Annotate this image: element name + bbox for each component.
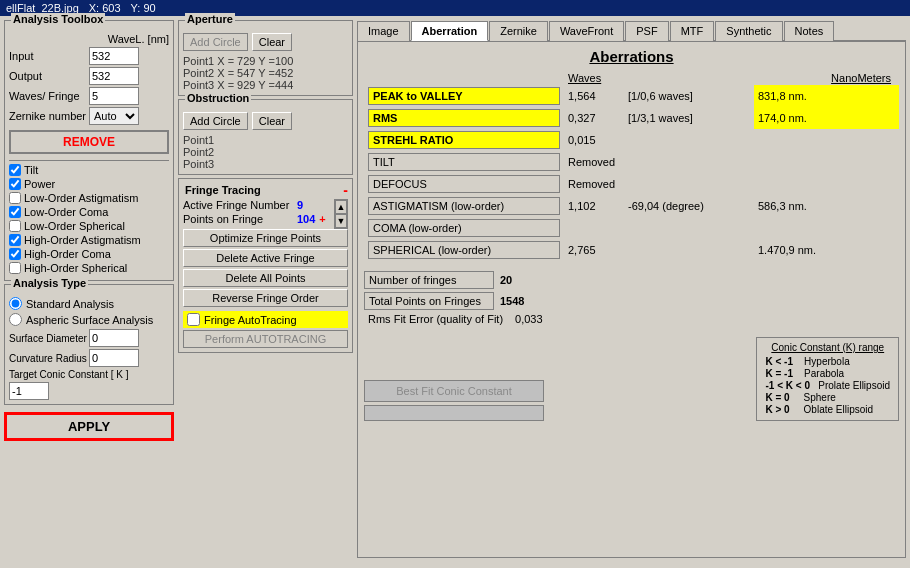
apply-button[interactable]: APPLY bbox=[4, 412, 174, 441]
optimize-fringe-button[interactable]: Optimize Fringe Points bbox=[183, 229, 348, 247]
perform-autotracing-button[interactable]: Perform AUTOTRACING bbox=[183, 330, 348, 348]
obs-point3-label: Point3 bbox=[183, 158, 348, 170]
high-astigmatism-checkbox[interactable] bbox=[9, 234, 21, 246]
fringe-autotracing-checkbox[interactable] bbox=[187, 313, 200, 326]
analysis-toolbox-group: Analysis Toolbox WaveL. [nm] Input Outpu… bbox=[4, 20, 174, 281]
tilt-checkbox[interactable] bbox=[9, 164, 21, 176]
aperture-title: Aperture bbox=[185, 13, 235, 25]
fringe-plus-button[interactable]: + bbox=[319, 213, 325, 225]
high-coma-label: High-Order Coma bbox=[24, 248, 111, 260]
tab-image[interactable]: Image bbox=[357, 21, 410, 41]
power-checkbox[interactable] bbox=[9, 178, 21, 190]
aber-waves-val: 0,327 bbox=[564, 107, 624, 129]
aspheric-radio[interactable] bbox=[9, 313, 22, 326]
aber-nm-val: 174,0 nm. bbox=[754, 107, 899, 129]
high-coma-checkbox[interactable] bbox=[9, 248, 21, 260]
aber-name-cell: DEFOCUS bbox=[368, 175, 560, 193]
fringe-minus-button[interactable]: - bbox=[343, 183, 348, 197]
best-fit-result-bar bbox=[364, 405, 544, 421]
tab-notes[interactable]: Notes bbox=[784, 21, 835, 41]
points-fringe-label: Points on Fringe bbox=[183, 213, 293, 225]
tilt-label: Tilt bbox=[24, 164, 38, 176]
aberrations-title: Aberrations bbox=[364, 48, 899, 65]
delete-active-fringe-button[interactable]: Delete Active Fringe bbox=[183, 249, 348, 267]
aber-name-cell: PEAK to VALLEY bbox=[368, 87, 560, 105]
tab-mtf[interactable]: MTF bbox=[670, 21, 715, 41]
zernike-select[interactable]: Auto bbox=[89, 107, 139, 125]
fringe-autotracing-label: Fringe AutoTracing bbox=[204, 314, 297, 326]
aberrations-table: Waves NanoMeters PEAK to VALLEY 1,564 [1… bbox=[364, 71, 899, 261]
aber-waves-note bbox=[624, 217, 754, 239]
delete-all-button[interactable]: Delete All Points bbox=[183, 269, 348, 287]
aberrations-summary: Number of fringes 20 Total Points on Fri… bbox=[364, 271, 899, 325]
conic-row-4: K = 0 Sphere bbox=[765, 392, 890, 403]
high-spherical-checkbox[interactable] bbox=[9, 262, 21, 274]
aber-nm-val bbox=[754, 217, 899, 239]
aber-name-cell: SPHERICAL (low-order) bbox=[368, 241, 560, 259]
nanometers-header: NanoMeters bbox=[754, 71, 899, 85]
waves-fringe-field[interactable] bbox=[89, 87, 139, 105]
curv-rad-field[interactable] bbox=[89, 349, 139, 367]
scroll-down-button[interactable]: ▼ bbox=[335, 214, 347, 228]
aber-name-cell: STREHL RATIO bbox=[368, 131, 560, 149]
right-panel: Image Aberration Zernike WaveFront PSF M… bbox=[357, 20, 906, 558]
conic-constant-box: Conic Constant (K) range K < -1 Hyperbol… bbox=[756, 337, 899, 421]
zernike-label: Zernike number bbox=[9, 110, 89, 122]
aber-nm-val bbox=[754, 129, 899, 151]
tab-synthetic[interactable]: Synthetic bbox=[715, 21, 782, 41]
best-fit-conic-button[interactable]: Best Fit Conic Constant bbox=[364, 380, 544, 402]
low-astigmatism-label: Low-Order Astigmatism bbox=[24, 192, 138, 204]
conic-row-2: K = -1 Parabola bbox=[765, 368, 890, 379]
num-fringes-val: 20 bbox=[500, 274, 512, 286]
title-bar: ellFlat_22B.jpg X: 603 Y: 90 bbox=[0, 0, 910, 16]
total-points-label: Total Points on Fringes bbox=[369, 295, 481, 307]
analysis-toolbox-title: Analysis Toolbox bbox=[11, 13, 105, 25]
aber-waves-note bbox=[624, 151, 754, 173]
aber-waves-note: [1/0,6 waves] bbox=[624, 85, 754, 107]
rms-err-val: 0,033 bbox=[515, 313, 543, 325]
aber-waves-note bbox=[624, 239, 754, 261]
clear-button[interactable]: Clear bbox=[252, 33, 292, 51]
obs-point1-label: Point1 bbox=[183, 134, 348, 146]
output-field[interactable] bbox=[89, 67, 139, 85]
point2-label: Point2 X = 547 Y =452 bbox=[183, 67, 348, 79]
aspheric-label: Aspheric Surface Analysis bbox=[26, 314, 153, 326]
aber-waves-note: -69,04 (degree) bbox=[624, 195, 754, 217]
low-astigmatism-checkbox[interactable] bbox=[9, 192, 21, 204]
low-coma-label: Low-Order Coma bbox=[24, 206, 108, 218]
wavelength-header: WaveL. [nm] bbox=[108, 33, 169, 45]
tab-psf[interactable]: PSF bbox=[625, 21, 668, 41]
fringe-autotracing-row: Fringe AutoTracing bbox=[183, 311, 348, 328]
aber-waves-val: Removed bbox=[564, 173, 624, 195]
aber-name-cell: COMA (low-order) bbox=[368, 219, 560, 237]
aber-nm-val bbox=[754, 151, 899, 173]
active-fringe-label: Active Fringe Number bbox=[183, 199, 293, 211]
obstruction-group: Obstruction Add Circle Clear Point1 Poin… bbox=[178, 99, 353, 175]
curv-rad-label: Curvature Radius bbox=[9, 353, 89, 364]
low-spherical-label: Low-Order Spherical bbox=[24, 220, 125, 232]
main-container: Analysis Toolbox WaveL. [nm] Input Outpu… bbox=[0, 16, 910, 562]
waves-fringe-label: Waves/ Fringe bbox=[9, 90, 89, 102]
fringe-tracing-group: Fringe Tracing - Active Fringe Number 9 … bbox=[178, 178, 353, 353]
conic-row-1: K < -1 Hyperbola bbox=[765, 356, 890, 367]
tab-wavefront[interactable]: WaveFront bbox=[549, 21, 624, 41]
aber-nm-val: 586,3 nm. bbox=[754, 195, 899, 217]
aber-waves-note bbox=[624, 173, 754, 195]
low-spherical-checkbox[interactable] bbox=[9, 220, 21, 232]
obs-add-circle-button[interactable]: Add Circle bbox=[183, 112, 248, 130]
active-fringe-num: 9 bbox=[297, 199, 303, 211]
remove-button[interactable]: REMOVE bbox=[9, 130, 169, 154]
low-coma-checkbox[interactable] bbox=[9, 206, 21, 218]
target-conic-field[interactable] bbox=[9, 382, 49, 400]
standard-radio[interactable] bbox=[9, 297, 22, 310]
surface-diam-field[interactable] bbox=[89, 329, 139, 347]
add-circle-button[interactable]: Add Circle bbox=[183, 33, 248, 51]
reverse-fringe-button[interactable]: Reverse Fringe Order bbox=[183, 289, 348, 307]
tabs-container: Image Aberration Zernike WaveFront PSF M… bbox=[357, 20, 906, 41]
scroll-up-button[interactable]: ▲ bbox=[335, 200, 347, 214]
total-points-box: Total Points on Fringes bbox=[364, 292, 494, 310]
tab-zernike[interactable]: Zernike bbox=[489, 21, 548, 41]
tab-aberration[interactable]: Aberration bbox=[411, 21, 489, 41]
input-field[interactable] bbox=[89, 47, 139, 65]
obs-clear-button[interactable]: Clear bbox=[252, 112, 292, 130]
